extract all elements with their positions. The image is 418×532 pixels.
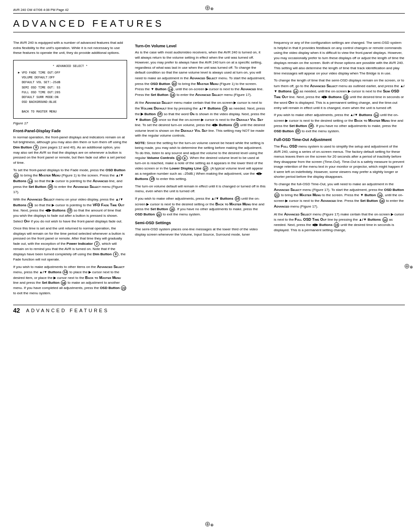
far-right-column: frequency or any of the configuration se… bbox=[274, 40, 405, 298]
top-crosshair-icon: ⊕ bbox=[205, 4, 213, 12]
section-heading-fpdf: Front-Panel-Display Fade bbox=[13, 129, 127, 133]
section-heading-sosd: Semi-OSD Settings bbox=[135, 221, 266, 225]
sosd-para3: To change the length of time that the se… bbox=[274, 78, 405, 110]
tovl-para2: At the Advanced Select menu make certain… bbox=[135, 100, 266, 138]
osd-line-3: DEFAULT VOL SET:-25dB bbox=[18, 80, 122, 85]
right-crosshair-icon: ⊕ bbox=[404, 262, 413, 271]
content-area: The AVR 240 is equipped with a number of… bbox=[13, 40, 405, 298]
footer-page-number: 42 bbox=[13, 307, 20, 314]
osd-line-8 bbox=[18, 105, 122, 109]
fosd-para3: At the Advanced Select menu (Figure 17) … bbox=[274, 211, 405, 233]
mid-column: Turn-On Volume Level As is the case with… bbox=[135, 40, 266, 298]
osd-line-1: ► VFD FADE TIME OUT:OFF bbox=[18, 70, 122, 75]
fpdf-para4: Once this time is set and the unit retur… bbox=[13, 226, 127, 262]
section-heading-tovl: Turn-On Volume Level bbox=[135, 44, 266, 48]
osd-line-2: VOLUME DEFAULT:OFF bbox=[18, 75, 122, 80]
osd-line-4: SEMI OSD TIME OUT: 5S bbox=[18, 85, 122, 90]
osd-line-6: DEFAULT SURR MODE:ON bbox=[18, 95, 122, 100]
fosd-para1: The Full OSD menu system is used to simp… bbox=[274, 144, 405, 180]
sosd-para2: frequency or any of the configuration se… bbox=[274, 40, 405, 76]
left-column: The AVR 240 is equipped with a number of… bbox=[13, 40, 127, 298]
osd-line-9: BACK TO MASTER MENU bbox=[18, 109, 122, 114]
section-heading-fosd: Full-OSD Time-Out Adjustment bbox=[274, 137, 405, 142]
page-title: ADVANCED FEATURES bbox=[13, 18, 405, 32]
fosd-para2: To change the full-OSD Time-Out, you wil… bbox=[274, 182, 405, 209]
osd-line-5: FULL OSD TIME OUT:20S bbox=[18, 90, 122, 95]
sosd-para4: If you wish to make other adjustments, p… bbox=[274, 113, 405, 134]
page: ⊕ ⊕ ⊕ AVR 240 OM 4/7/06 4:08 PM Page 42 … bbox=[0, 0, 418, 532]
osd-title: * ADVANCED SELECT * bbox=[18, 64, 122, 69]
osd-display-box: * ADVANCED SELECT * ► VFD FADE TIME OUT:… bbox=[13, 60, 127, 119]
tovl-para4: If you wish to make other adjustments, p… bbox=[135, 196, 266, 218]
fpdf-para3: With the Advanced Select menu on your vi… bbox=[13, 197, 127, 224]
figure-caption: Figure 17 bbox=[13, 121, 127, 125]
tovl-para1: As is the case with most audio/video rec… bbox=[135, 50, 266, 98]
tovl-para3: The turn-on volume default will remain i… bbox=[135, 184, 266, 194]
tovl-note: NOTE: Since the setting for the turn-on … bbox=[135, 141, 266, 182]
footer-bar: 42 ADVANCED FEATURES bbox=[13, 305, 405, 314]
footer-title: ADVANCED FEATURES bbox=[26, 308, 109, 313]
bottom-crosshair-icon: ⊕ bbox=[205, 520, 213, 528]
intro-text: The AVR 240 is equipped with a number of… bbox=[13, 40, 127, 56]
fpdf-para5: If you wish to make adjustments to other… bbox=[13, 264, 127, 296]
sosd-para1: The semi-OSD system places one-line mess… bbox=[135, 227, 266, 237]
fpdf-para1: In normal operation, the front-panel dis… bbox=[13, 135, 127, 166]
fpdf-para2: To set the front-panel displays to the F… bbox=[13, 168, 127, 195]
osd-line-7: OSD BACKGROUND:BLUE bbox=[18, 100, 122, 105]
header-text: AVR 240 OM 4/7/06 4:08 PM Page 42 bbox=[13, 8, 69, 12]
